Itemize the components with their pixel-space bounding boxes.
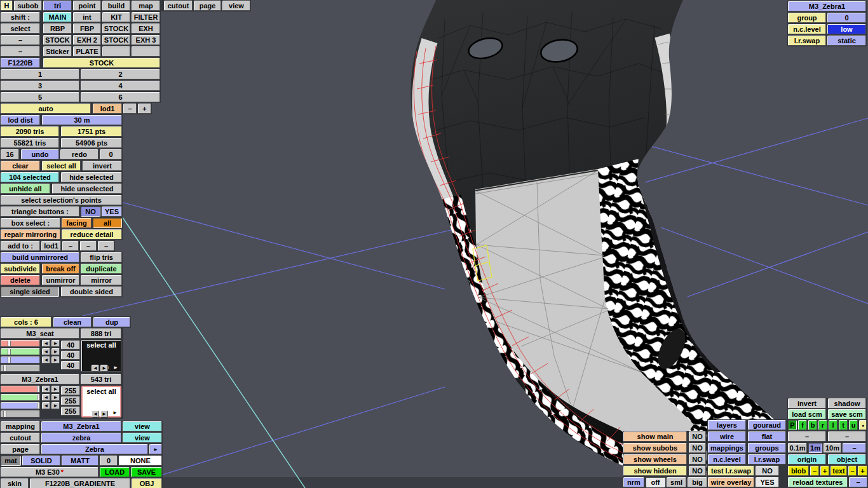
material-2-alpha-slider[interactable] [1, 410, 40, 417]
step-left-icon[interactable]: ◄ [42, 394, 50, 401]
material-1-blue-slider[interactable] [1, 356, 40, 363]
lod-dist-value[interactable]: 30 m [42, 115, 122, 125]
tab-subob[interactable]: subob [14, 1, 42, 11]
step-left-icon[interactable]: ◄ [42, 402, 50, 409]
clear-button[interactable]: clear [1, 161, 40, 171]
slot-6[interactable]: 6 [81, 92, 160, 102]
grid-0-1m[interactable]: 0.1m [788, 443, 807, 453]
part-filter[interactable]: FILTER [132, 12, 160, 22]
unhide-all-button[interactable]: unhide all [1, 184, 50, 194]
object-button[interactable]: object [828, 454, 866, 464]
layer-t[interactable]: t [839, 420, 848, 430]
layer-dot-icon[interactable]: ● [859, 420, 867, 430]
part-rbp[interactable]: RBP [43, 24, 72, 34]
step-left-icon[interactable]: ◄ [42, 356, 50, 363]
show-subobs-value[interactable]: NO [689, 443, 706, 453]
redo-button[interactable]: redo [60, 149, 98, 159]
step-left-icon[interactable]: ◄ [42, 386, 50, 393]
lr-swap-button[interactable]: l.r.swap [748, 454, 786, 464]
part-exh2[interactable]: EXH 2 [73, 35, 101, 45]
material-1-name[interactable]: M3_seat [1, 329, 79, 339]
lr-swap-value[interactable]: static [827, 36, 866, 46]
origin-button[interactable]: origin [788, 454, 826, 464]
slot-2[interactable]: 2 [81, 69, 160, 79]
step-right-icon[interactable]: ► [51, 386, 60, 393]
add-to-slot-1[interactable]: – [62, 241, 79, 251]
lod-current[interactable]: lod1 [93, 104, 122, 114]
mat-none[interactable]: NONE [119, 456, 162, 466]
cols-count[interactable]: cols : 6 [1, 317, 51, 327]
object-name[interactable]: M3 E30* [1, 467, 98, 477]
tab-point[interactable]: point [73, 1, 101, 11]
material-2-tri-count[interactable]: 543 tri [81, 374, 121, 384]
mappings-button[interactable]: mappings [708, 443, 746, 453]
show-hidden-value[interactable]: NO [689, 466, 706, 476]
dash-button[interactable]: – [788, 431, 826, 442]
repair-mirroring-button[interactable]: repair mirroring [1, 229, 60, 240]
part-exh3[interactable]: EXH 3 [132, 35, 160, 45]
tab-cutout[interactable]: cutout [164, 1, 193, 11]
nrm-off[interactable]: off [646, 477, 665, 487]
redo-count[interactable]: 0 [100, 149, 122, 159]
load-button[interactable]: LOAD [100, 467, 130, 477]
step-right-icon[interactable]: ► [51, 348, 60, 355]
dash-button[interactable]: – [828, 431, 866, 442]
step-right-icon[interactable]: ► [51, 402, 60, 409]
step-right-icon[interactable]: ► [100, 365, 108, 372]
mat-button[interactable]: mat [1, 456, 21, 466]
reload-dash[interactable]: – [849, 477, 867, 487]
subdivide-button[interactable]: subdivide [1, 264, 40, 274]
cutout-label[interactable]: cutout [1, 433, 40, 443]
add-to-slot-2[interactable]: – [80, 241, 97, 251]
material-1-alpha-slider[interactable] [1, 365, 40, 372]
wire-overlay-value[interactable]: YES [756, 477, 779, 487]
show-hidden-button[interactable]: show hidden [623, 466, 687, 476]
wire-button[interactable]: wire [708, 431, 746, 442]
material-2-red-value[interactable]: 255 [61, 386, 80, 395]
skin-label[interactable]: skin [1, 478, 29, 488]
select-label[interactable]: select [1, 24, 40, 34]
flip-tris-button[interactable]: flip tris [81, 252, 122, 262]
layer-l[interactable]: l [829, 420, 837, 430]
add-to-label[interactable]: add to : [1, 241, 40, 251]
single-sided-button[interactable]: single sided [1, 287, 59, 297]
reload-textures-button[interactable]: reload textures [788, 477, 848, 487]
load-scm-button[interactable]: load scm [788, 409, 826, 419]
part-exh[interactable]: EXH [132, 24, 160, 34]
double-sided-button[interactable]: double sided [61, 287, 122, 297]
page-next-icon[interactable]: ► [149, 444, 162, 454]
step-left-icon[interactable]: ◄ [42, 340, 50, 347]
wire-overlay-button[interactable]: wire overlay [708, 477, 754, 487]
layer-b[interactable]: b [808, 420, 817, 430]
step-right-icon[interactable]: ► [51, 356, 60, 363]
tab-map[interactable]: map [132, 1, 160, 11]
dash-button[interactable]: – [1, 35, 40, 45]
step-left-icon[interactable]: ◄ [42, 348, 50, 355]
material-1-tri-count[interactable]: 888 tri [81, 329, 121, 339]
material-2-green-slider[interactable] [1, 394, 40, 401]
layer-f[interactable]: f [798, 420, 807, 430]
mapping-label[interactable]: mapping [1, 421, 40, 431]
break-off-button[interactable]: break off [42, 264, 79, 274]
tab-build[interactable]: build [102, 1, 130, 11]
add-to-lod1[interactable]: lod1 [41, 241, 61, 251]
grid-dash[interactable]: – [843, 443, 866, 453]
part-fbp[interactable]: FBP [73, 24, 101, 34]
flat-button[interactable]: flat [748, 431, 786, 442]
tab-page[interactable]: page [194, 1, 221, 11]
show-wheels-button[interactable]: show wheels [623, 454, 687, 464]
total-pts-count[interactable]: 54906 pts [61, 138, 122, 148]
gouraud-button[interactable]: gouraud [748, 420, 786, 430]
mirror-button[interactable]: mirror [81, 275, 122, 285]
clean-button[interactable]: clean [53, 317, 92, 327]
lod-plus[interactable]: + [138, 104, 151, 114]
slot-1[interactable]: 1 [1, 69, 79, 79]
material-2-blue-slider[interactable] [1, 402, 40, 409]
group-value[interactable]: 0 [827, 13, 866, 23]
slider-thumb[interactable] [3, 365, 6, 371]
delete-button[interactable]: delete [1, 275, 40, 285]
invert-shadow-button[interactable]: invert [788, 398, 826, 409]
page-value[interactable]: Zebra [41, 444, 148, 454]
test-lr-swap-value[interactable]: NO [756, 466, 779, 476]
part-stock-3[interactable]: STOCK [102, 35, 130, 45]
